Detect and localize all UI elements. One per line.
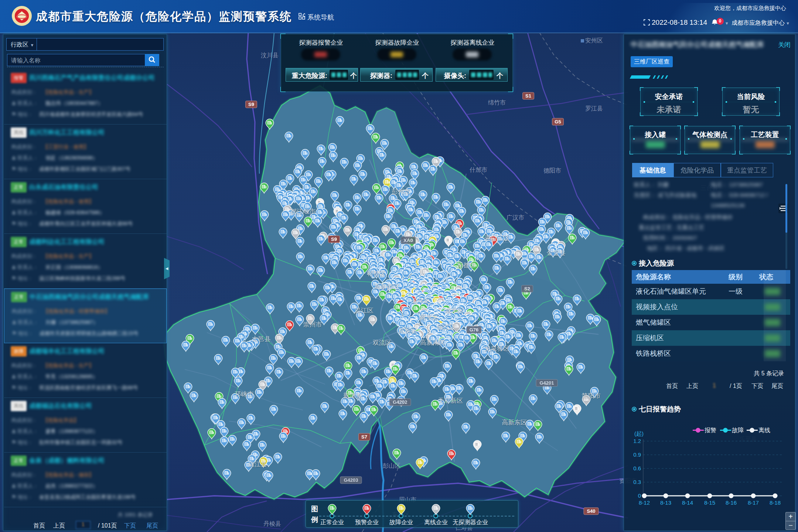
svg-text:金牛区: 金牛区 [412,297,431,304]
svg-text:天府新区: 天府新区 [438,397,463,404]
svg-text:郫都区: 郫都区 [367,270,386,277]
svg-text:武侯区: 武侯区 [399,327,417,334]
svg-text:罗江县: 罗江县 [585,105,603,112]
svg-text:0.9: 0.9 [633,451,641,458]
svg-text:S7: S7 [361,434,367,440]
svg-text:广汉市: 广汉市 [507,214,524,221]
svg-text:汶川县: 汶川县 [261,52,279,58]
svg-text:8-18: 8-18 [770,499,781,506]
svg-text:邛崃市: 邛崃市 [235,391,254,398]
svg-text:丹棱县: 丹棱县 [263,521,281,527]
svg-text:成华区: 成华区 [445,307,464,314]
svg-text:(起): (起) [634,430,644,437]
svg-text:高新南区: 高新南区 [420,339,445,346]
svg-text:金堂县: 金堂县 [547,249,566,256]
svg-text:8-16: 8-16 [726,499,737,506]
svg-text:温江区: 温江区 [355,307,374,314]
svg-text:青羊区: 青羊区 [420,314,439,321]
svg-text:G4201: G4201 [539,380,554,386]
svg-text:蒲江县: 蒲江县 [248,461,267,468]
svg-text:锦江区: 锦江区 [437,323,456,330]
svg-text:彭州市: 彭州市 [392,188,410,195]
svg-text:新都区: 新都区 [457,262,476,269]
svg-text:G5: G5 [555,119,561,125]
svg-text:8-15: 8-15 [704,499,715,506]
svg-text:高新西区: 高新西区 [374,283,399,290]
svg-text:S9: S9 [331,236,337,242]
svg-text:G76: G76 [470,327,479,332]
svg-text:0.6: 0.6 [633,465,641,471]
svg-text:都江堰市: 都江堰市 [290,208,316,215]
svg-text:彭山区: 彭山区 [382,463,400,469]
svg-text:绵竹市: 绵竹市 [488,99,506,106]
svg-text:0.3: 0.3 [633,479,641,485]
svg-text:双流区: 双流区 [373,339,392,346]
svg-text:新津县: 新津县 [343,392,362,399]
svg-text:什邡市: 什邡市 [469,167,487,173]
svg-text:8-14: 8-14 [682,499,693,506]
svg-text:S2: S2 [524,286,530,291]
svg-text:简阳市: 简阳市 [582,392,601,399]
svg-text:1.2: 1.2 [633,438,641,444]
svg-text:8-12: 8-12 [639,499,650,506]
svg-text:G4203: G4203 [344,477,358,483]
svg-text:崇州市: 崇州市 [303,321,322,328]
svg-text:8-17: 8-17 [748,499,759,506]
svg-text:青白江区: 青白江区 [484,235,509,242]
svg-text:高新东区: 高新东区 [502,419,527,426]
svg-text:8-13: 8-13 [660,499,671,506]
svg-text:大邑县: 大邑县 [252,335,271,342]
svg-text:XA0: XA0 [403,238,413,243]
svg-text:德阳市: 德阳市 [543,167,561,174]
svg-text:G4202: G4202 [393,399,407,405]
svg-text:安州区: 安州区 [585,37,603,44]
svg-text:S40: S40 [587,508,595,514]
svg-text:S1: S1 [525,93,531,99]
svg-text:龙泉驿区: 龙泉驿区 [484,345,509,352]
svg-text:0: 0 [638,492,641,499]
svg-text:S9: S9 [248,102,254,107]
